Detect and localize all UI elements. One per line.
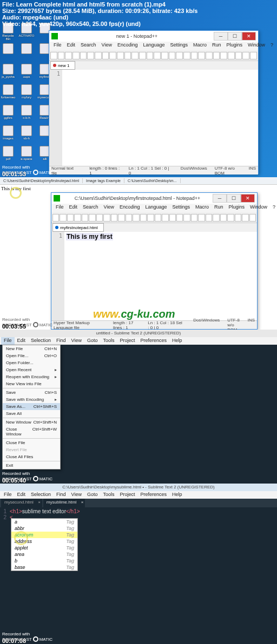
menu-item[interactable]: Macro	[190, 42, 209, 50]
toolbar-button[interactable]	[74, 214, 81, 222]
menu-item[interactable]: Tools	[100, 337, 117, 345]
toolbar-button[interactable]	[87, 52, 94, 59]
toolbar-button[interactable]	[191, 214, 197, 222]
menu-item[interactable]: Edit	[67, 204, 81, 212]
autocomplete-item[interactable]: areaTag	[11, 551, 77, 558]
menu-item[interactable]: Edit	[15, 491, 29, 499]
desktop-icon[interactable]: forloemeo	[1, 84, 15, 103]
menu-item[interactable]: Settings	[170, 204, 193, 212]
minimize-button[interactable]: ─	[214, 32, 228, 41]
editor-tab[interactable]: mysublime.html×	[43, 499, 85, 507]
menu-item[interactable]: Help	[169, 491, 185, 499]
maximize-button[interactable]: ☐	[228, 32, 242, 41]
menu-item[interactable]: Find	[54, 491, 69, 499]
toolbar-button[interactable]	[147, 214, 154, 222]
desktop-icon[interactable]	[19, 43, 34, 62]
desktop-icon[interactable]: images	[1, 125, 15, 144]
toolbar-button[interactable]	[250, 52, 257, 59]
toolbar-button[interactable]	[228, 52, 235, 59]
toolbar-button[interactable]	[161, 52, 168, 59]
toolbar-button[interactable]	[133, 214, 139, 222]
toolbar-button[interactable]	[118, 214, 124, 222]
editor-tab[interactable]: myfirstnotepad.html	[52, 223, 104, 232]
menu-item[interactable]: Encoding	[115, 42, 141, 50]
menu-item[interactable]: View	[99, 42, 115, 50]
code-content[interactable]	[62, 70, 258, 166]
browser-tab[interactable]: C:\Users\Sudhir\Desktop\myfirstnotepad.h…	[0, 178, 83, 183]
menu-item[interactable]: Open File...Ctrl+O	[3, 352, 60, 359]
toolbar-button[interactable]	[117, 52, 124, 59]
toolbar-button[interactable]	[147, 52, 154, 59]
code-content[interactable]: This is my first	[64, 232, 257, 320]
toolbar-button[interactable]	[213, 214, 219, 222]
menu-item[interactable]: Exit	[3, 462, 60, 469]
menu-item[interactable]: ?	[268, 42, 276, 50]
toolbar-button[interactable]	[242, 52, 249, 59]
editor-area[interactable]: 1 This is my first	[51, 232, 257, 320]
menu-item[interactable]: Save As...Ctrl+Shift+S	[3, 403, 60, 410]
toolbar-button[interactable]	[140, 214, 147, 222]
close-icon[interactable]: ×	[38, 500, 41, 505]
menu-item[interactable]: Tools	[100, 491, 117, 499]
toolbar-button[interactable]	[109, 52, 116, 59]
minimize-button[interactable]: ─	[213, 194, 227, 203]
menu-item[interactable]: Project	[117, 491, 137, 499]
menu-item[interactable]: File	[1, 491, 15, 499]
menu-item[interactable]: Search	[80, 204, 101, 212]
toolbar-button[interactable]	[220, 214, 227, 222]
toolbar-button[interactable]	[220, 52, 227, 59]
desktop-icon[interactable]: vb-h	[19, 125, 34, 144]
toolbar-button[interactable]	[235, 52, 242, 59]
menu-item[interactable]: Language	[140, 42, 167, 50]
toolbar-button[interactable]	[155, 214, 161, 222]
menu-item[interactable]: File	[51, 42, 64, 50]
toolbar-button[interactable]	[124, 52, 131, 59]
toolbar-button[interactable]	[206, 214, 212, 222]
toolbar-button[interactable]	[183, 214, 190, 222]
menu-item[interactable]: Close All Files	[3, 453, 60, 460]
desktop-icon[interactable]: e-space	[19, 146, 34, 164]
menu-item[interactable]: Run	[212, 204, 226, 212]
toolbar-button[interactable]	[206, 52, 213, 59]
menu-item[interactable]: Preferences	[137, 337, 169, 345]
desktop-icon[interactable]: c-b-h	[19, 105, 34, 123]
menu-item[interactable]: Encoding	[117, 204, 143, 212]
close-icon[interactable]: ×	[81, 500, 84, 505]
toolbar-button[interactable]	[65, 52, 72, 59]
desktop-icon[interactable]: myfory	[19, 84, 34, 103]
menu-item[interactable]: Search	[78, 42, 99, 50]
menu-item[interactable]: ?	[270, 204, 277, 212]
menu-item[interactable]: Help	[169, 337, 185, 345]
maximize-button[interactable]: ☐	[227, 194, 241, 203]
autocomplete-item[interactable]: baseTag	[11, 564, 77, 571]
menu-item[interactable]: Close File	[3, 439, 60, 446]
menu-item[interactable]: Settings	[168, 42, 191, 50]
toolbar-button[interactable]	[227, 214, 234, 222]
menubar[interactable]: FileEditSearchViewEncodingLanguageSettin…	[51, 204, 257, 212]
editor-tab[interactable]: mysecond.html×	[1, 499, 42, 507]
editor-area[interactable]: 1	[49, 70, 258, 166]
close-button[interactable]: ✕	[242, 32, 256, 41]
browser-tab[interactable]: C:\Users\Sudhir\Desktop\m...	[124, 178, 181, 183]
toolbar-button[interactable]	[126, 214, 132, 222]
toolbar-button[interactable]	[102, 52, 109, 59]
menu-item[interactable]: Open Recent▸	[3, 366, 60, 373]
toolbar-button[interactable]	[235, 214, 241, 222]
menu-item[interactable]: Close WindowCtrl+Shift+W	[3, 426, 60, 438]
menu-item[interactable]: Find	[54, 337, 69, 345]
tab-strip[interactable]: new 1	[49, 61, 258, 70]
menu-item[interactable]: Goto	[84, 491, 101, 499]
menu-item[interactable]: View	[69, 337, 84, 345]
close-button[interactable]: ✕	[241, 194, 255, 203]
menubar[interactable]: FileEditSearchViewEncodingLanguageSettin…	[49, 42, 258, 50]
menu-item[interactable]: Plugins	[226, 204, 248, 212]
toolbar-button[interactable]	[95, 52, 102, 59]
toolbar-button[interactable]	[67, 214, 74, 222]
toolbar-button[interactable]	[58, 52, 65, 59]
toolbar-button[interactable]	[191, 52, 198, 59]
toolbar-button[interactable]	[154, 52, 161, 59]
toolbar-button[interactable]	[103, 214, 110, 222]
menu-item[interactable]: Edit	[15, 337, 29, 345]
menu-item[interactable]: Language	[142, 204, 169, 212]
menu-item[interactable]: File	[53, 204, 67, 212]
